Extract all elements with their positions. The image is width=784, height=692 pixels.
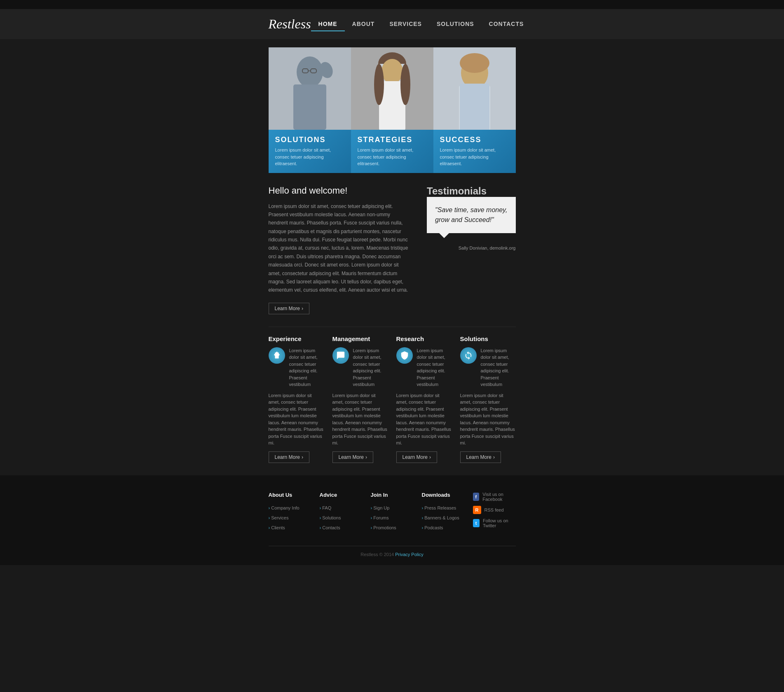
feature-solutions-content: Lorem ipsum dolor sit amet, consec tetue… xyxy=(460,347,516,388)
hero-card-solutions: SOLUTIONS Lorem ipsum dolor sit amet, co… xyxy=(269,47,351,173)
footer-link-solutions[interactable]: Solutions xyxy=(320,515,341,520)
hero-title-success: SUCCESS xyxy=(440,136,509,144)
nav-about[interactable]: ABOUT xyxy=(345,17,382,31)
feature-experience: Experience Lorem ipsum dolor sit amet, c… xyxy=(269,335,324,463)
footer-join-links: Sign Up Forums Promotions xyxy=(371,504,414,531)
hero-card-success: SUCCESS Lorem ipsum dolor sit amet, cons… xyxy=(433,47,516,173)
hero-card-strategies: STRATEGIES Lorem ipsum dolor sit amet, c… xyxy=(351,47,433,173)
rss-icon: R xyxy=(473,506,481,514)
features-section: Experience Lorem ipsum dolor sit amet, c… xyxy=(269,335,516,463)
svg-point-11 xyxy=(381,59,403,84)
solutions-icon xyxy=(460,347,477,364)
feature-research-short: Lorem ipsum dolor sit amet, consec tetue… xyxy=(417,347,452,388)
hero-caption-success: SUCCESS Lorem ipsum dolor sit amet, cons… xyxy=(433,130,516,173)
hero-image-2 xyxy=(351,47,433,130)
feature-research: Research Lorem ipsum dolor sit amet, con… xyxy=(396,335,452,463)
header: Restless HOME ABOUT SERVICES SOLUTIONS C… xyxy=(0,9,784,39)
feature-management-content: Lorem ipsum dolor sit amet, consec tetue… xyxy=(332,347,388,388)
rss-link[interactable]: R RSS feed xyxy=(473,506,516,514)
footer-link-services[interactable]: Services xyxy=(269,515,289,520)
facebook-link[interactable]: f Visit us on Facebook xyxy=(473,492,516,502)
footer-link-forums[interactable]: Forums xyxy=(371,515,389,520)
experience-learn-more-button[interactable]: Learn More xyxy=(269,451,309,463)
footer-advice-title: Advice xyxy=(320,492,363,498)
social-links-container: f Visit us on Facebook R RSS feed t Foll… xyxy=(473,492,516,528)
welcome-heading: Hello and welcome! xyxy=(269,185,411,196)
footer-link-press[interactable]: Press Releases xyxy=(422,505,456,510)
hero-image-1 xyxy=(269,47,351,130)
twitter-icon: t xyxy=(473,519,480,527)
welcome-section: Hello and welcome! Lorem ipsum dolor sit… xyxy=(269,185,516,314)
feature-experience-long: Lorem ipsum dolor sit amet, consec tetue… xyxy=(269,392,324,447)
welcome-body: Lorem ipsum dolor sit amet, consec tetue… xyxy=(269,202,411,295)
hero-title-solutions: SOLUTIONS xyxy=(275,136,344,144)
nav-solutions[interactable]: SOLUTIONS xyxy=(429,17,482,31)
footer-advice-links: FAQ Solutions Contacts xyxy=(320,504,363,531)
research-learn-more-button[interactable]: Learn More xyxy=(396,451,437,463)
svg-point-1 xyxy=(297,56,323,88)
hero-desc-strategies: Lorem ipsum dolor sit amet, consec tetue… xyxy=(358,147,427,167)
testimonial-author: Sally Donivian, demolink.org xyxy=(427,245,515,250)
nav-services[interactable]: SERVICES xyxy=(382,17,429,31)
footer-link-banners[interactable]: Banners & Logos xyxy=(422,515,459,520)
twitter-link[interactable]: t Follow us on Twitter xyxy=(473,518,516,528)
testimonial-quote: "Save time, save money, grow and Succeed… xyxy=(435,205,507,225)
privacy-policy-link[interactable]: Privacy Policy xyxy=(395,552,423,557)
footer-link-company-info[interactable]: Company Info xyxy=(269,505,300,510)
nav-contacts[interactable]: CONTACTS xyxy=(482,17,531,31)
copyright-text: Restless © 2014 xyxy=(360,552,394,557)
footer-link-podcasts[interactable]: Podcasts xyxy=(422,525,443,530)
footer: About Us Company Info Services Clients A… xyxy=(0,475,784,565)
feature-experience-short: Lorem ipsum dolor sit amet, consec tetue… xyxy=(289,347,324,388)
feature-research-title: Research xyxy=(396,335,452,342)
feature-research-content: Lorem ipsum dolor sit amet, consec tetue… xyxy=(396,347,452,388)
svg-point-14 xyxy=(400,64,410,105)
feature-experience-content: Lorem ipsum dolor sit amet, consec tetue… xyxy=(269,347,324,388)
research-icon xyxy=(396,347,413,364)
footer-downloads: Downloads Press Releases Banners & Logos… xyxy=(422,492,465,533)
footer-link-faq[interactable]: FAQ xyxy=(320,505,332,510)
footer-advice: Advice FAQ Solutions Contacts xyxy=(320,492,363,533)
feature-solutions-title: Solutions xyxy=(460,335,516,342)
nav-home[interactable]: HOME xyxy=(311,17,345,31)
footer-downloads-title: Downloads xyxy=(422,492,465,498)
footer-about-links: Company Info Services Clients xyxy=(269,504,311,531)
footer-bottom: Restless © 2014 Privacy Policy xyxy=(269,546,516,557)
welcome-learn-more-button[interactable]: Learn More xyxy=(269,303,309,314)
testimonial-box: "Save time, save money, grow and Succeed… xyxy=(427,197,515,233)
solutions-learn-more-button[interactable]: Learn More xyxy=(460,451,501,463)
footer-social: f Visit us on Facebook R RSS feed t Foll… xyxy=(473,492,516,533)
hero-image-3 xyxy=(433,47,516,130)
hero-desc-solutions: Lorem ipsum dolor sit amet, consec tetue… xyxy=(275,147,344,167)
top-bar xyxy=(0,0,784,9)
footer-link-clients[interactable]: Clients xyxy=(269,525,285,530)
hero-section: SOLUTIONS Lorem ipsum dolor sit amet, co… xyxy=(269,47,516,173)
rss-label: RSS feed xyxy=(484,507,504,512)
experience-icon xyxy=(269,347,285,364)
feature-research-long: Lorem ipsum dolor sit amet, consec tetue… xyxy=(396,392,452,447)
footer-join: Join In Sign Up Forums Promotions xyxy=(371,492,414,533)
footer-downloads-links: Press Releases Banners & Logos Podcasts xyxy=(422,504,465,531)
svg-rect-2 xyxy=(293,84,326,130)
feature-solutions-long: Lorem ipsum dolor sit amet, consec tetue… xyxy=(460,392,516,447)
svg-point-17 xyxy=(460,53,489,73)
feature-solutions-short: Lorem ipsum dolor sit amet, consec tetue… xyxy=(481,347,516,388)
main-nav: HOME ABOUT SERVICES SOLUTIONS CONTACTS xyxy=(311,17,531,31)
footer-about-title: About Us xyxy=(269,492,311,498)
footer-link-signup[interactable]: Sign Up xyxy=(371,505,390,510)
management-icon xyxy=(332,347,349,364)
svg-rect-19 xyxy=(460,84,489,130)
facebook-icon: f xyxy=(473,493,480,501)
footer-link-contacts[interactable]: Contacts xyxy=(320,525,340,530)
feature-management: Management Lorem ipsum dolor sit amet, c… xyxy=(332,335,388,463)
facebook-label: Visit us on Facebook xyxy=(482,492,515,502)
management-learn-more-button[interactable]: Learn More xyxy=(332,451,373,463)
footer-link-promotions[interactable]: Promotions xyxy=(371,525,396,530)
feature-solutions: Solutions Lorem ipsum dolor sit amet, co… xyxy=(460,335,516,463)
site-logo: Restless xyxy=(269,16,311,32)
footer-join-title: Join In xyxy=(371,492,414,498)
hero-desc-success: Lorem ipsum dolor sit amet, consec tetue… xyxy=(440,147,509,167)
footer-about: About Us Company Info Services Clients xyxy=(269,492,311,533)
hero-title-strategies: STRATEGIES xyxy=(358,136,427,144)
testimonials-section: Testimonials "Save time, save money, gro… xyxy=(427,185,515,314)
